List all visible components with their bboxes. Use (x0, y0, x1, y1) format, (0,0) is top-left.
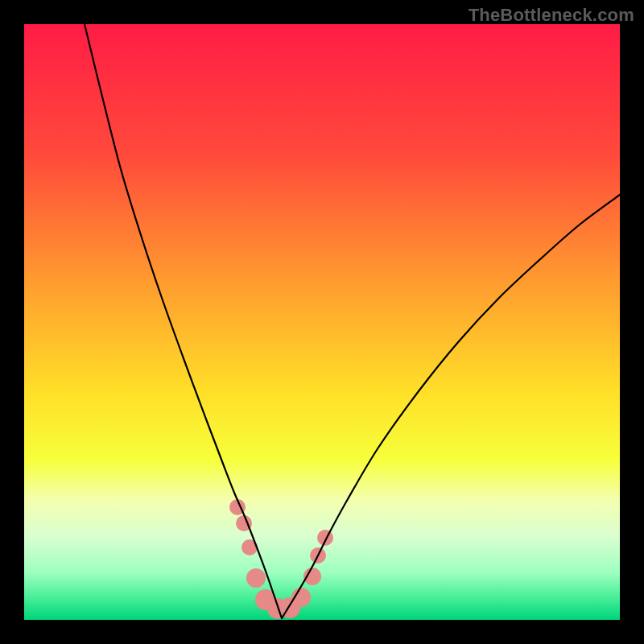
watermark-text: TheBottleneck.com (469, 5, 634, 26)
chart-frame: TheBottleneck.com (0, 0, 644, 644)
marker-dot (246, 568, 266, 588)
marker-dot (317, 530, 333, 546)
plot-area (24, 24, 620, 620)
chart-svg (24, 24, 620, 620)
